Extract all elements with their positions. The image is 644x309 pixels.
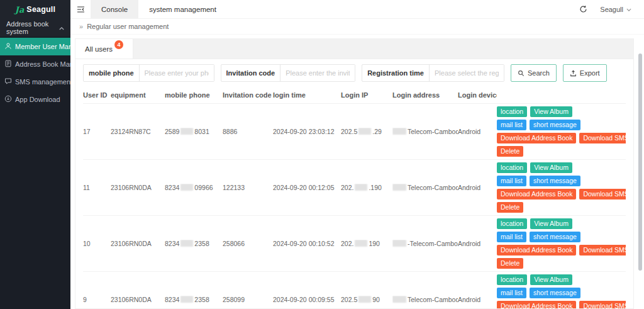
topbar-tab-label: system management [149,6,216,13]
sidebar-item-label: Member User Mana... [15,43,70,50]
user-name: Seagull [600,6,623,13]
export-button-label: Export [580,69,600,77]
vertical-scrollbar[interactable] [638,53,642,271]
ip-prefix: 202.5 [341,128,357,135]
cell-login-time: 2024-09-20 00:12:05 [273,184,341,191]
action-line-4: Delete [497,258,626,269]
location-button[interactable]: location [497,218,527,229]
short-message-button[interactable]: short message [530,288,580,298]
user-dropdown[interactable]: Seagull [594,0,644,18]
refresh-icon[interactable] [572,0,594,18]
topbar-tab-label: Console [101,6,128,13]
sidebar-group-address-book-system[interactable]: Address book system [0,19,70,37]
search-button-label: Search [528,69,550,77]
delete-button[interactable]: Delete [497,202,523,213]
cell-login-ip: 202..190 [341,184,392,191]
filter-label-registration-time: Registration time [362,65,430,81]
cell-invitation-code: 8886 [223,128,273,135]
tab-all-users[interactable]: All users 4 [75,39,133,59]
breadcrumb-text: Regular user management [87,23,169,30]
ip-suffix: 190 [369,240,380,247]
sidebar-item-address-book-management[interactable]: Address Book Mana... [0,55,70,73]
action-line-3: Download Address Book Download SMS [497,189,626,199]
delete-button[interactable]: Delete [497,146,523,157]
download-sms-button[interactable]: Download SMS [579,133,626,143]
view-album-button[interactable]: View Album [530,218,572,229]
chevron-down-icon [626,6,631,13]
redacted-blur [180,184,193,191]
action-line-3: Download Address Book Download SMS [497,245,626,256]
location-button[interactable]: location [497,106,527,117]
cell-invitation-code: 258066 [223,240,273,247]
ip-suffix: .190 [369,184,381,191]
mobile-phone-input[interactable] [140,65,214,81]
delete-button[interactable]: Delete [497,258,523,269]
ip-prefix: 202.5 [341,296,357,303]
mail-list-button[interactable]: mail list [497,232,526,242]
filter-label-mobile-phone: mobile phone [84,65,140,81]
topbar: Console system management Seagull [70,0,644,19]
sidebar-item-label: SMS management [15,78,70,86]
redacted-blur [180,128,193,135]
topbar-tab-console[interactable]: Console [91,0,138,18]
cell-login-device: Android [458,240,497,247]
cell-equipment: 23106RN0DA [111,184,165,191]
mail-list-button[interactable]: mail list [497,288,526,298]
search-button[interactable]: Search [511,64,557,82]
sidebar-item-member-user-management[interactable]: Member User Mana... [0,38,70,55]
mail-list-button[interactable]: mail list [497,176,526,186]
page: Ja Seagull Address book system Member Us… [0,0,644,309]
ip-prefix: 202. [341,184,353,191]
column-header-user-id: User ID [83,91,111,99]
phone-prefix: 8234 [165,184,179,191]
download-address-book-button[interactable]: Download Address Book [497,133,576,143]
table-row: 10 23106RN0DA 82342358 258066 2024-09-20… [83,216,626,272]
filter-invitation-code: Invitation code [221,64,356,82]
action-line-1: location View Album [497,162,626,173]
cell-login-device: Android [458,184,497,191]
action-line-1: location View Album [497,106,626,117]
breadcrumb: »Regular user management [70,19,644,35]
sidebar-item-app-download[interactable]: App Download [0,91,70,108]
location-button[interactable]: location [497,162,527,173]
ip-suffix: .29 [372,128,382,135]
redacted-blur [392,240,406,247]
download-address-book-button[interactable]: Download Address Book [497,245,576,256]
cell-user-id: 10 [83,240,111,247]
redacted-blur [355,184,367,191]
address-text: Telecom-Cambodia [408,184,458,191]
cell-mobile-phone: 82342358 [165,296,223,303]
column-header-invitation-code: Invitation code [223,91,273,99]
view-album-button[interactable]: View Album [530,162,572,173]
location-button[interactable]: location [497,274,527,285]
export-button[interactable]: Export [563,64,607,82]
table-row: 9 23106RN0DA 82342358 258099 2024-09-20 … [83,272,626,308]
redacted-blur [355,240,367,247]
column-header-mobile-phone: mobile phone [165,91,223,99]
view-album-button[interactable]: View Album [530,106,572,117]
view-album-button[interactable]: View Album [530,274,572,285]
action-line-2: mail list short message [497,288,626,298]
cell-invitation-code: 122133 [223,184,273,191]
column-header-equipment: equipment [111,91,165,99]
download-sms-button[interactable]: Download SMS [579,301,626,308]
sidebar-item-sms-management[interactable]: SMS management [0,73,70,91]
short-message-button[interactable]: short message [530,176,580,186]
short-message-button[interactable]: short message [530,232,580,242]
download-address-book-button[interactable]: Download Address Book [497,189,576,199]
download-address-book-button[interactable]: Download Address Book [497,301,576,308]
short-message-button[interactable]: short message [530,120,580,130]
invitation-code-input[interactable] [280,65,355,81]
column-header-login-ip: Login IP [341,91,392,99]
cell-actions: location View Album mail list short mess… [497,160,626,215]
topbar-spacer [227,0,572,18]
cell-equipment: 23106RN0DA [111,296,165,303]
collapse-sidebar-icon[interactable] [70,0,91,18]
mail-list-button[interactable]: mail list [497,120,526,130]
download-sms-button[interactable]: Download SMS [579,189,626,199]
topbar-tab-system-management[interactable]: system management [138,0,227,18]
main-area: Console system management Seagull »Regul… [70,0,644,309]
registration-time-input[interactable] [430,65,504,81]
breadcrumb-separator: » [79,23,83,30]
download-sms-button[interactable]: Download SMS [579,245,626,256]
